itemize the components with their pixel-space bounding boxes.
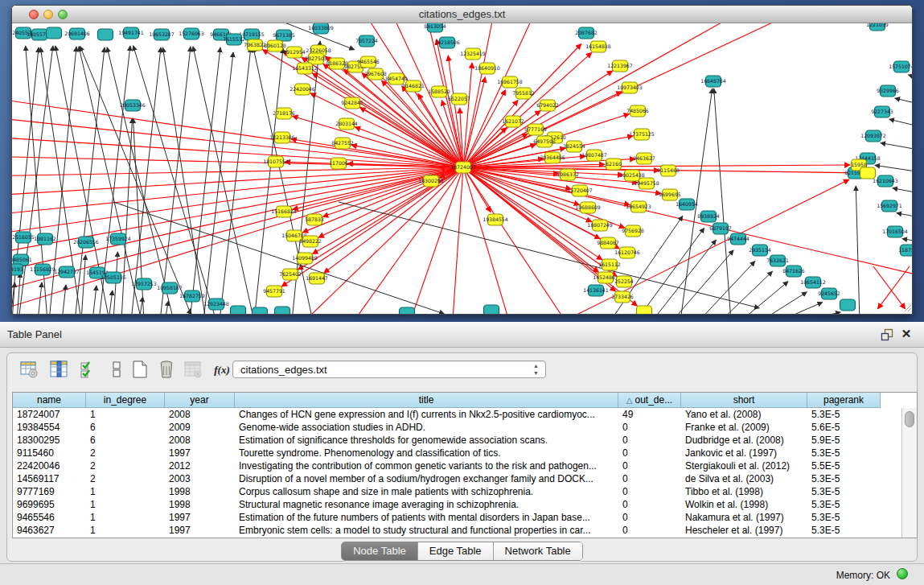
- graph-node[interactable]: 3824554: [563, 141, 585, 152]
- graph-node[interactable]: 17016504: [882, 226, 908, 237]
- graph-node[interactable]: 9777169: [524, 124, 547, 135]
- graph-node[interactable]: 19491741: [118, 27, 144, 39]
- close-panel-icon[interactable]: ✕: [900, 328, 913, 340]
- graph-node[interactable]: 7857224: [355, 35, 378, 47]
- graph-node[interactable]: 9463627: [633, 153, 655, 164]
- column-pair-button[interactable]: [106, 360, 127, 381]
- graph-node[interactable]: 2087682: [575, 27, 598, 39]
- graph-node[interactable]: 1640954: [676, 199, 698, 210]
- graph-node[interactable]: [231, 306, 246, 314]
- table-row[interactable]: 946554611997Estimation of the future num…: [13, 511, 901, 524]
- graph-node[interactable]: 9699695: [659, 189, 681, 200]
- graph-node[interactable]: 1733426: [611, 291, 634, 303]
- graph-node[interactable]: 8471626: [782, 266, 805, 277]
- graph-node[interactable]: 9884067: [597, 237, 619, 249]
- graph-node[interactable]: 7963822: [244, 39, 266, 51]
- graph-node[interactable]: [860, 167, 876, 179]
- graph-node[interactable]: 118753: [898, 245, 912, 256]
- graph-node[interactable]: 14136141: [583, 285, 609, 296]
- graph-node[interactable]: 16154838: [585, 41, 611, 52]
- graph-node[interactable]: 12923448: [203, 299, 229, 310]
- graph-node[interactable]: 1981162: [34, 233, 56, 245]
- graph-node[interactable]: 12325419: [460, 48, 486, 60]
- graph-node[interactable]: 8813054: [424, 23, 446, 32]
- graph-node[interactable]: 39193: [12, 264, 23, 275]
- graph-node[interactable]: 2718176: [273, 108, 295, 119]
- graph-node[interactable]: 10654112: [800, 277, 826, 288]
- create-table-button[interactable]: [129, 360, 150, 381]
- graph-node[interactable]: 7485066: [626, 105, 649, 117]
- column-header-out_de[interactable]: △out_de...: [618, 393, 681, 408]
- graph-node[interactable]: 10653287: [149, 29, 175, 40]
- graph-node[interactable]: 20364486: [540, 152, 565, 163]
- graph-node[interactable]: 8427552: [331, 138, 354, 149]
- column-header-title[interactable]: title: [235, 393, 618, 408]
- tab-edge-table[interactable]: Edge Table: [418, 542, 494, 560]
- graph-node[interactable]: 2967608: [364, 68, 387, 80]
- graph-node[interactable]: 7615532: [223, 34, 245, 45]
- scrollbar-thumb[interactable]: [905, 411, 914, 427]
- graph-node[interactable]: 12213967: [607, 60, 633, 72]
- graph-node[interactable]: 16120746: [614, 247, 640, 258]
- graph-node[interactable]: 15692971: [877, 200, 902, 212]
- graph-node[interactable]: [840, 299, 856, 311]
- graph-node[interactable]: 7986372: [556, 169, 579, 180]
- graph-node[interactable]: 10807487: [581, 150, 607, 161]
- graph-node[interactable]: 17375125: [629, 129, 655, 140]
- select-column-button[interactable]: [48, 360, 69, 381]
- graph-node[interactable]: 9474444: [727, 233, 749, 245]
- window-titlebar[interactable]: citations_edges.txt: [12, 6, 912, 23]
- graph-node[interactable]: [637, 306, 652, 314]
- table-row[interactable]: 1872400712008Changes of HCN gene express…: [13, 408, 901, 421]
- tab-network-table[interactable]: Network Table: [494, 542, 582, 560]
- graph-node[interactable]: 7955812: [512, 88, 535, 99]
- column-header-year[interactable]: year: [165, 393, 235, 408]
- apply-checks-button[interactable]: [78, 360, 99, 381]
- graph-node[interactable]: 16648784: [700, 76, 726, 87]
- graph-node[interactable]: 8938924: [697, 211, 720, 222]
- graph-node[interactable]: [253, 307, 268, 314]
- table-row[interactable]: 977716911998Corpus callosum shape and si…: [13, 485, 901, 498]
- delete-entry-button[interactable]: [156, 360, 177, 381]
- network-graph-canvas[interactable]: 2405571140557142069140619491741106532871…: [12, 23, 912, 314]
- float-panel-icon[interactable]: [881, 328, 893, 341]
- graph-node[interactable]: 6794022: [536, 100, 559, 111]
- graph-node[interactable]: 20691406: [64, 28, 90, 39]
- graph-node[interactable]: 117006: [329, 158, 348, 169]
- graph-node[interactable]: 252254: [614, 276, 634, 287]
- graph-node[interactable]: 15276063: [179, 28, 204, 39]
- graph-node[interactable]: 19384554: [483, 214, 508, 225]
- delete-table-button[interactable]: [183, 360, 203, 381]
- graph-node[interactable]: 8912954: [283, 47, 306, 58]
- graph-node[interactable]: 7625402: [279, 269, 302, 280]
- graph-node[interactable]: 2516055: [12, 232, 35, 243]
- graph-node[interactable]: 6879197: [709, 223, 732, 234]
- graph-node[interactable]: 11156829: [30, 264, 55, 275]
- graph-node[interactable]: 15751074: [889, 61, 912, 72]
- graph-node[interactable]: 9242845: [341, 97, 363, 109]
- graph-node[interactable]: [484, 305, 499, 314]
- graph-node[interactable]: [400, 307, 415, 314]
- column-header-in_degree[interactable]: in_degree: [86, 393, 165, 408]
- column-header-name[interactable]: name: [13, 393, 86, 408]
- graph-node[interactable]: 1621072: [502, 116, 524, 127]
- table-row[interactable]: 946362711997Embryonic stem cells: a mode…: [13, 524, 901, 537]
- tab-node-table[interactable]: Node Table: [342, 542, 418, 560]
- graph-node[interactable]: 16033809: [308, 23, 334, 34]
- graph-node[interactable]: 6497508: [533, 136, 556, 147]
- graph-node[interactable]: 6522057: [448, 93, 470, 105]
- column-header-short[interactable]: short: [681, 393, 807, 408]
- table-row[interactable]: 911546021997Tourette syndrome. Phenomeno…: [13, 447, 901, 459]
- graph-node[interactable]: 9227343: [871, 106, 893, 117]
- graph-node[interactable]: 9465546: [357, 56, 380, 68]
- graph-node[interactable]: 12942737: [54, 266, 80, 278]
- graph-node[interactable]: [275, 307, 290, 314]
- graph-node[interactable]: 18640910: [474, 63, 500, 74]
- graph-node[interactable]: 1221039: [866, 23, 889, 31]
- graph-node[interactable]: 18107554: [263, 156, 289, 167]
- graph-node[interactable]: 1691447: [306, 273, 328, 284]
- graph-node[interactable]: 14099489: [292, 253, 318, 264]
- graph-node[interactable]: 9671385: [273, 30, 295, 41]
- graph-node[interactable]: 17957253: [131, 278, 157, 290]
- table-vertical-scrollbar[interactable]: [901, 408, 917, 538]
